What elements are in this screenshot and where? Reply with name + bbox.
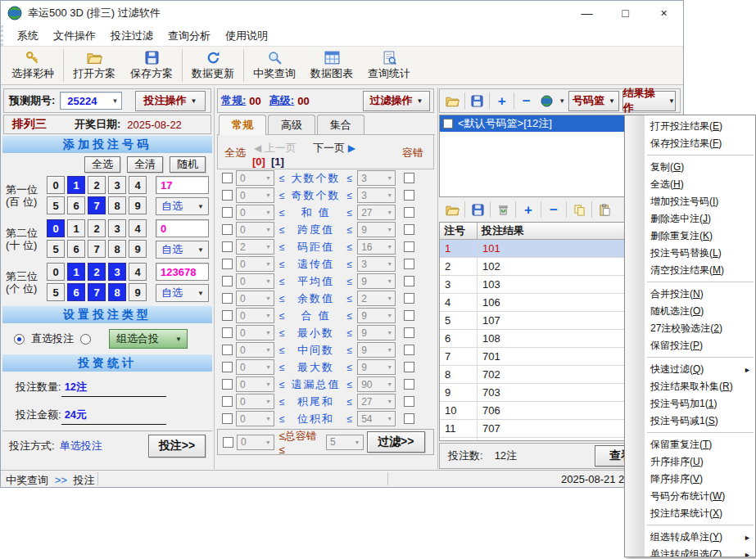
filter-left-checkbox[interactable] — [222, 241, 233, 252]
chevron-down-icon[interactable]: ▼ — [559, 97, 565, 105]
filter-left-checkbox[interactable] — [222, 293, 233, 304]
save-basket-button[interactable] — [469, 92, 486, 109]
filter-right-checkbox[interactable] — [404, 173, 414, 183]
context-menu-item[interactable]: 清空投注结果(M) ► — [625, 262, 755, 279]
maximize-button[interactable]: □ — [606, 1, 645, 25]
filter-min-select[interactable]: 0 ▼ — [236, 359, 274, 375]
digit-button[interactable]: 2 — [88, 219, 106, 237]
filter-right-checkbox[interactable] — [404, 207, 414, 218]
filter-min-select[interactable]: 0 ▼ — [236, 411, 274, 426]
column-header-no[interactable]: 注号 — [440, 223, 478, 240]
filter-min-select[interactable]: 0 ▼ — [236, 170, 274, 186]
filter-max-select[interactable]: 9 ▼ — [357, 342, 396, 358]
save-plan-button[interactable]: 保存方案 — [123, 47, 180, 83]
filter-left-checkbox[interactable] — [222, 190, 233, 201]
add-row-button[interactable]: + — [519, 201, 537, 218]
menubar-item[interactable]: 投注过滤 — [103, 29, 161, 43]
filter-right-checkbox[interactable] — [404, 327, 414, 338]
filter-min-select[interactable]: 0 ▼ — [236, 205, 274, 220]
select-all-button[interactable]: 全选 — [84, 156, 120, 173]
open-plan-button[interactable]: 打开方案 — [66, 47, 123, 83]
period-select[interactable]: 25224 ▼ — [60, 92, 122, 110]
digit-button[interactable]: 3 — [108, 263, 126, 281]
digit-button[interactable]: 6 — [67, 240, 85, 258]
context-menu-item[interactable]: 打开投注结果(E) ► — [625, 118, 755, 135]
filter-max-select[interactable]: 54 ▼ — [357, 411, 396, 426]
direct-bet-radio[interactable] — [14, 334, 25, 345]
filter-right-checkbox[interactable] — [404, 259, 414, 269]
context-menu-item[interactable]: 号码分布统计(W) ► — [625, 488, 755, 505]
context-menu-item[interactable]: 降序排序(V) ► — [625, 471, 755, 488]
total-tolerance-checkbox[interactable] — [223, 437, 233, 448]
total-min-select[interactable]: 0 ▼ — [237, 435, 274, 450]
digit-button[interactable]: 0 — [47, 219, 65, 237]
copy-button[interactable] — [570, 201, 588, 218]
prev-page-link[interactable]: ◀ 上一页 — [254, 141, 297, 156]
menubar-item[interactable]: 系统 — [10, 29, 46, 43]
digit-button[interactable]: 2 — [88, 263, 106, 281]
basket-item-checkbox[interactable] — [443, 119, 453, 128]
context-menu-item[interactable]: 全选(H) ► — [625, 176, 755, 193]
digit-button[interactable]: 3 — [108, 176, 126, 194]
filter-left-checkbox[interactable] — [222, 413, 233, 424]
context-menu-item[interactable]: 保留重复注(T) ► — [625, 436, 755, 453]
bet-button[interactable]: 投注>> — [148, 435, 206, 458]
filter-min-select[interactable]: 0 ▼ — [236, 273, 274, 289]
context-menu-item[interactable]: 升序排序(U) ► — [625, 453, 755, 471]
advanced-count-link[interactable]: 高级: — [269, 93, 294, 108]
digit-button[interactable]: 8 — [108, 283, 126, 301]
context-menu-item[interactable]: 27注校验选注(2) ► — [625, 320, 755, 337]
digit-button[interactable]: 3 — [108, 219, 126, 237]
open-result-button[interactable] — [443, 201, 461, 218]
open-basket-button[interactable] — [444, 92, 461, 109]
filter-min-select[interactable]: 0 ▼ — [236, 325, 274, 340]
filter-max-select[interactable]: 16 ▼ — [357, 239, 396, 255]
filter-right-checkbox[interactable] — [404, 276, 414, 286]
filter-min-select[interactable]: 0 ▼ — [236, 291, 274, 306]
filter-left-checkbox[interactable] — [222, 379, 233, 390]
filter-right-checkbox[interactable] — [404, 310, 414, 321]
paste-button[interactable] — [595, 201, 613, 218]
context-menu-item[interactable]: 投注号码减1(S) ► — [625, 412, 755, 430]
filter-right-checkbox[interactable] — [404, 362, 414, 372]
filter-left-checkbox[interactable] — [222, 362, 233, 372]
filter-max-select[interactable]: 9 ▼ — [357, 308, 396, 323]
total-max-select[interactable]: 5 ▼ — [326, 435, 364, 450]
filter-min-select[interactable]: 0 ▼ — [236, 308, 274, 323]
filter-min-select[interactable]: 2 ▼ — [236, 239, 274, 255]
context-menu-item[interactable]: 投注号码加1(1) ► — [625, 395, 755, 412]
digit-mode-select[interactable]: 自选 ▼ — [156, 197, 209, 215]
page-indicator[interactable]: [0] — [252, 156, 265, 168]
context-menu-item[interactable]: 投注号码替换(L) ► — [625, 245, 755, 262]
digit-mode-select[interactable]: 自选 ▼ — [156, 241, 209, 259]
filter-select-all[interactable]: 全选 — [224, 146, 246, 160]
digit-button[interactable]: 2 — [88, 176, 106, 194]
query-stats-button[interactable]: 查询统计 — [360, 47, 418, 83]
digit-button[interactable]: 0 — [47, 176, 65, 194]
filter-left-checkbox[interactable] — [222, 173, 233, 183]
filter-left-checkbox[interactable] — [222, 345, 233, 355]
context-menu-item[interactable]: 随机选注(O) ► — [625, 303, 755, 320]
context-menu-item[interactable]: 合并投注(N) ► — [625, 286, 755, 303]
digit-button[interactable]: 9 — [129, 283, 147, 301]
filter-max-select[interactable]: 27 ▼ — [357, 205, 396, 220]
menubar-item[interactable]: 文件操作 — [46, 29, 103, 43]
next-page-link[interactable]: 下一页 ▶ — [313, 141, 355, 156]
filter-max-select[interactable]: 9 ▼ — [357, 359, 396, 375]
digit-button[interactable]: 4 — [129, 219, 147, 237]
filter-right-checkbox[interactable] — [404, 379, 414, 390]
filter-tab[interactable]: 高级 — [268, 115, 315, 134]
digit-button[interactable]: 6 — [67, 283, 85, 301]
remove-basket-button[interactable]: − — [518, 92, 535, 109]
context-menu-item[interactable]: 保留投注(P) ► — [625, 337, 755, 354]
add-basket-button[interactable]: + — [493, 92, 510, 109]
context-menu-item[interactable]: 组选转成单注(Y) ► — [625, 529, 755, 546]
save-result-button[interactable] — [469, 201, 487, 218]
digit-button[interactable]: 6 — [67, 196, 85, 214]
digit-button[interactable]: 8 — [108, 240, 126, 258]
filter-left-checkbox[interactable] — [222, 310, 233, 321]
filter-button[interactable]: 过滤>> — [367, 431, 425, 453]
group-bet-select[interactable]: 组选合投 ▼ — [109, 329, 188, 349]
context-menu-item[interactable]: 投注结果取补集(R) ► — [625, 378, 755, 395]
digit-input[interactable]: 0 — [156, 219, 209, 237]
